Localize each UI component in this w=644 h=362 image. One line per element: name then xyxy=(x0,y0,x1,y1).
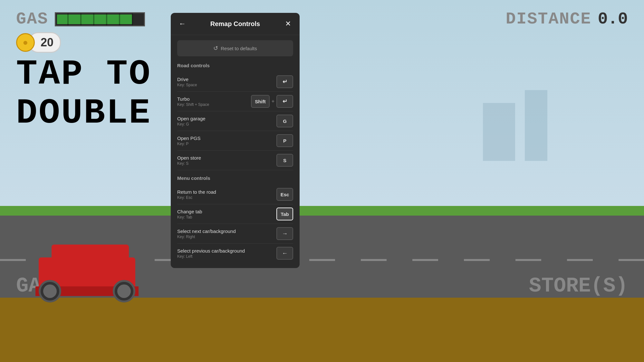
return-info: Return to the road Key: Esc xyxy=(177,189,276,200)
next-key-hint: Key: Right xyxy=(177,235,276,239)
turbo-key-enter[interactable]: ↵ xyxy=(276,95,293,108)
tab-keys: Tab xyxy=(276,208,293,220)
control-row-store: Open store Key: S S xyxy=(177,151,293,170)
turbo-key-shift[interactable]: Shift xyxy=(251,95,269,108)
close-icon: ✕ xyxy=(285,20,291,28)
control-row-next: Select next car/background Key: Right → xyxy=(177,224,293,244)
drive-name: Drive xyxy=(177,77,276,82)
hud-coins: ● 20 xyxy=(16,32,61,53)
modal-title: Remap Controls xyxy=(187,20,283,28)
return-keys: Esc xyxy=(276,188,293,201)
tab-name: Change tab xyxy=(177,209,276,214)
prev-key-left[interactable]: ← xyxy=(276,247,293,260)
turbo-name: Turbo xyxy=(177,96,251,102)
garage-key-hint: Key: G xyxy=(177,122,276,126)
remap-controls-modal: ← Remap Controls ✕ ↺ Reset to defaults R… xyxy=(171,13,300,268)
drive-info: Drive Key: Space xyxy=(177,77,276,87)
modal-body[interactable]: ↺ Reset to defaults Road controls Drive … xyxy=(171,35,300,268)
prev-keys: ← xyxy=(276,247,293,260)
game-background: GAS ● 20 DISTANCE 0.0 TAP TO D DOUBLE TA… xyxy=(0,0,644,362)
garage-info: Open garage Key: G xyxy=(177,116,276,126)
store-key-hint: Key: S xyxy=(177,161,276,166)
pgs-info: Open PGS Key: P xyxy=(177,135,276,146)
garage-keys: G xyxy=(276,115,293,127)
reset-icon: ↺ xyxy=(213,45,218,52)
store-name: Open store xyxy=(177,155,276,161)
road-controls-header: Road controls xyxy=(177,63,293,68)
hud-gas: GAS xyxy=(16,10,145,29)
drive-key-hint: Key: Space xyxy=(177,83,276,87)
next-name: Select next car/background xyxy=(177,228,276,234)
next-key-right[interactable]: → xyxy=(276,227,293,240)
prev-name: Select previous car/background xyxy=(177,248,276,254)
building xyxy=(483,103,515,161)
gas-bar xyxy=(55,12,145,26)
gas-label: GAS xyxy=(16,10,48,29)
drive-keys: ↵ xyxy=(276,75,293,88)
hud-distance: DISTANCE 0.0 xyxy=(506,10,628,29)
control-row-pgs: Open PGS Key: P P xyxy=(177,131,293,151)
car-wheel-front xyxy=(113,280,135,302)
return-key-esc[interactable]: Esc xyxy=(276,188,293,201)
modal-header: ← Remap Controls ✕ xyxy=(171,13,300,35)
return-key-hint: Key: Esc xyxy=(177,195,276,200)
store-key-s[interactable]: S xyxy=(276,154,293,167)
pgs-keys: P xyxy=(276,134,293,147)
pgs-key-p[interactable]: P xyxy=(276,134,293,147)
control-row-prev: Select previous car/background Key: Left… xyxy=(177,244,293,263)
modal-close-button[interactable]: ✕ xyxy=(283,19,293,29)
prev-key-hint: Key: Left xyxy=(177,254,276,259)
back-icon: ← xyxy=(179,20,186,28)
tab-info: Change tab Key: Tab xyxy=(177,209,276,219)
menu-controls-header: Menu controls xyxy=(177,175,293,181)
coin-icon: ● xyxy=(16,33,35,52)
turbo-key-hint: Key: Shift + Space xyxy=(177,102,251,107)
next-info: Select next car/background Key: Right xyxy=(177,228,276,239)
car xyxy=(32,241,142,306)
gas-bar-segments xyxy=(56,13,144,25)
pgs-name: Open PGS xyxy=(177,135,276,141)
turbo-plus: + xyxy=(272,98,274,104)
return-name: Return to the road xyxy=(177,189,276,195)
tab-key-tab[interactable]: Tab xyxy=(276,208,293,220)
next-keys: → xyxy=(276,227,293,240)
modal-back-button[interactable]: ← xyxy=(177,19,187,29)
garage-name: Open garage xyxy=(177,116,276,121)
building xyxy=(525,90,547,161)
distance-value: 0.0 xyxy=(598,10,628,29)
pgs-key-hint: Key: P xyxy=(177,142,276,146)
store-info: Open store Key: S xyxy=(177,155,276,166)
reset-defaults-button[interactable]: ↺ Reset to defaults xyxy=(177,40,293,56)
store-keys: S xyxy=(276,154,293,167)
reset-label: Reset to defaults xyxy=(221,46,257,51)
drive-key-enter[interactable]: ↵ xyxy=(276,75,293,88)
control-row-tab: Change tab Key: Tab Tab xyxy=(177,204,293,224)
car-wheel-back xyxy=(39,280,61,302)
control-row-garage: Open garage Key: G G xyxy=(177,111,293,131)
turbo-keys: Shift + ↵ xyxy=(251,95,293,108)
prev-info: Select previous car/background Key: Left xyxy=(177,248,276,259)
store-label: STORE(S) xyxy=(529,274,628,298)
control-row-return: Return to the road Key: Esc Esc xyxy=(177,185,293,204)
tab-key-hint: Key: Tab xyxy=(177,215,276,219)
grass-top xyxy=(0,206,644,216)
control-row-turbo: Turbo Key: Shift + Space Shift + ↵ xyxy=(177,92,293,111)
control-row-drive: Drive Key: Space ↵ xyxy=(177,72,293,92)
garage-key-g[interactable]: G xyxy=(276,115,293,127)
turbo-info: Turbo Key: Shift + Space xyxy=(177,96,251,107)
distance-label: DISTANCE xyxy=(506,10,591,29)
